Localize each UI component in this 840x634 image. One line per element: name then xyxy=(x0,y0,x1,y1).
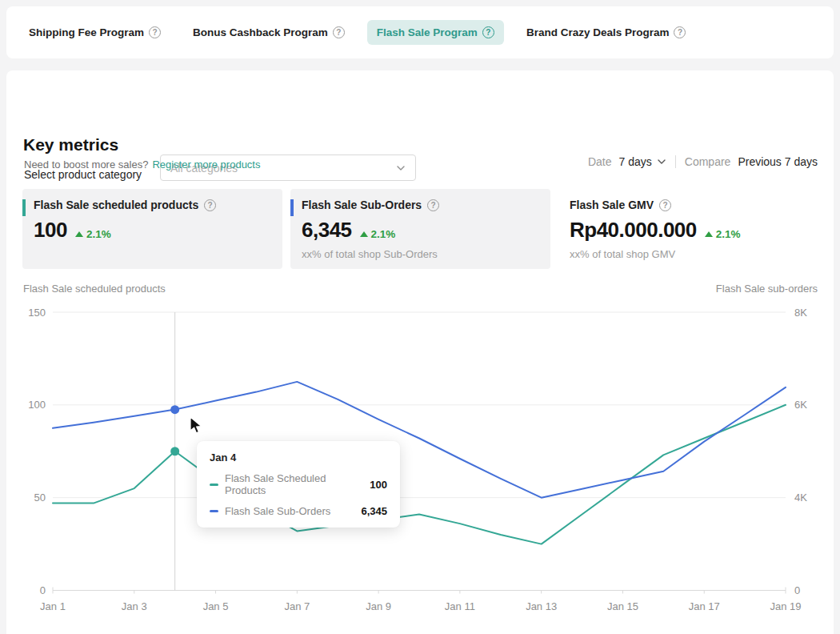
metric-title: Flash Sale Sub-Orders xyxy=(302,199,422,211)
metric-value: Rp40.000.000 xyxy=(570,218,697,243)
left-axis-title: Flash Sale scheduled products xyxy=(23,283,166,295)
series-dash-icon xyxy=(210,484,218,486)
tooltip-series-label: Flash Sale Sub-Orders xyxy=(225,505,361,517)
series-line-right xyxy=(53,382,786,498)
right-axis-tick-label: 8K xyxy=(794,307,807,319)
metric-cards-row: Flash Sale scheduled products ? 100 2.1%… xyxy=(22,189,818,269)
tooltip-series-value: 6,345 xyxy=(361,505,387,517)
accent-bar xyxy=(22,199,26,216)
help-icon[interactable]: ? xyxy=(149,26,161,38)
divider xyxy=(675,155,676,168)
metric-change-value: 2.1% xyxy=(716,228,741,240)
x-axis-tick-label: Jan 7 xyxy=(284,600,310,612)
x-axis-tick-label: Jan 1 xyxy=(40,600,66,612)
x-axis-tick-label: Jan 15 xyxy=(607,600,638,612)
x-axis-tick-label: Jan 5 xyxy=(203,600,229,612)
compare-period-select[interactable]: Previous 7 days xyxy=(738,155,818,168)
boost-sales-text: Need to boost more sales?Register more p… xyxy=(24,158,261,171)
metric-title: Flash Sale scheduled products xyxy=(34,199,198,211)
help-icon[interactable]: ? xyxy=(674,26,686,38)
tab-label: Bonus Cashback Program xyxy=(193,26,328,38)
tab-bonus-cashback-program[interactable]: Bonus Cashback Program ? xyxy=(183,20,354,45)
metric-subtext: xx% of total shop GMV xyxy=(570,248,807,260)
tab-label: Brand Crazy Deals Program xyxy=(526,26,670,38)
register-more-products-link[interactable]: Register more products xyxy=(152,158,260,171)
tab-flash-sale-program[interactable]: Flash Sale Program ? xyxy=(367,20,504,45)
metric-title: Flash Sale GMV xyxy=(570,199,654,211)
metric-value: 100 xyxy=(34,218,67,243)
help-icon[interactable]: ? xyxy=(204,199,216,211)
increase-arrow-icon xyxy=(705,231,713,237)
tab-label: Flash Sale Program xyxy=(377,26,478,38)
right-axis-tick-label: 4K xyxy=(794,492,807,504)
highlight-dot-left xyxy=(170,447,179,455)
date-range-value: 7 days xyxy=(619,155,652,168)
compare-label: Compare xyxy=(685,155,731,168)
metric-card-sub-orders[interactable]: Flash Sale Sub-Orders ? 6,345 2.1% xx% o… xyxy=(290,189,550,269)
program-tabs-bar: Shipping Fee Program ? Bonus Cashback Pr… xyxy=(6,6,834,58)
metric-card-gmv[interactable]: Flash Sale GMV ? Rp40.000.000 2.1% xx% o… xyxy=(558,189,818,269)
x-axis-tick-label: Jan 13 xyxy=(526,600,557,612)
metric-change: 2.1% xyxy=(75,228,111,240)
x-axis-tick-label: Jan 19 xyxy=(770,600,801,612)
series-dash-icon xyxy=(210,510,218,512)
series-line-left xyxy=(53,405,786,544)
help-icon[interactable]: ? xyxy=(333,26,345,38)
help-icon[interactable]: ? xyxy=(427,199,439,211)
tooltip-row-scheduled-products: Flash Sale Scheduled Products 100 xyxy=(210,472,387,496)
x-axis-tick-label: Jan 11 xyxy=(445,600,475,612)
left-axis-tick-label: 50 xyxy=(34,492,46,504)
accent-bar xyxy=(290,199,294,216)
highlight-dot-right xyxy=(170,405,179,414)
tooltip-series-value: 100 xyxy=(370,479,387,491)
tab-brand-crazy-deals-program[interactable]: Brand Crazy Deals Program ? xyxy=(517,20,696,45)
metric-change: 2.1% xyxy=(705,228,741,240)
flash-sale-line-chart[interactable]: Jan 1Jan 3Jan 5Jan 7Jan 9Jan 11Jan 13Jan… xyxy=(6,304,834,624)
x-axis-tick-label: Jan 3 xyxy=(122,600,147,612)
date-label: Date xyxy=(588,155,612,168)
right-axis-tick-label: 6K xyxy=(794,399,807,411)
chart-axis-titles: Flash Sale scheduled products Flash Sale… xyxy=(23,283,818,295)
date-controls: Date 7 days Compare Previous 7 days xyxy=(588,155,818,168)
left-axis-tick-label: 150 xyxy=(28,307,46,319)
tab-shipping-fee-program[interactable]: Shipping Fee Program ? xyxy=(19,20,170,45)
metric-change: 2.1% xyxy=(360,228,396,240)
left-axis-tick-label: 0 xyxy=(40,584,46,596)
help-icon[interactable]: ? xyxy=(482,26,494,38)
increase-arrow-icon xyxy=(75,231,83,237)
right-axis-tick-label: 0 xyxy=(794,584,800,596)
page-title: Key metrics xyxy=(23,135,118,154)
right-axis-title: Flash Sale sub-orders xyxy=(716,283,818,295)
date-range-select[interactable]: 7 days xyxy=(619,155,666,168)
chevron-down-icon xyxy=(657,157,666,167)
chevron-down-icon xyxy=(396,163,406,173)
main-panel: Select product category All categories K… xyxy=(6,70,834,634)
chart-tooltip: Jan 4 Flash Sale Scheduled Products 100 … xyxy=(197,441,400,528)
metric-subtext: xx% of total shop Sub-Orders xyxy=(302,248,539,260)
x-axis-tick-label: Jan 9 xyxy=(366,600,391,612)
help-icon[interactable]: ? xyxy=(659,199,671,211)
tab-label: Shipping Fee Program xyxy=(29,26,144,38)
tooltip-row-sub-orders: Flash Sale Sub-Orders 6,345 xyxy=(210,505,387,517)
tooltip-series-label: Flash Sale Scheduled Products xyxy=(225,472,370,496)
left-axis-tick-label: 100 xyxy=(28,399,46,411)
metric-change-value: 2.1% xyxy=(371,228,396,240)
x-axis-tick-label: Jan 17 xyxy=(689,600,720,612)
metric-value: 6,345 xyxy=(302,218,352,243)
subtitle-text: Need to boost more sales? xyxy=(24,158,148,171)
tooltip-date: Jan 4 xyxy=(210,451,387,463)
metric-card-scheduled-products[interactable]: Flash Sale scheduled products ? 100 2.1% xyxy=(22,189,282,269)
metric-change-value: 2.1% xyxy=(86,228,111,240)
increase-arrow-icon xyxy=(360,231,368,237)
